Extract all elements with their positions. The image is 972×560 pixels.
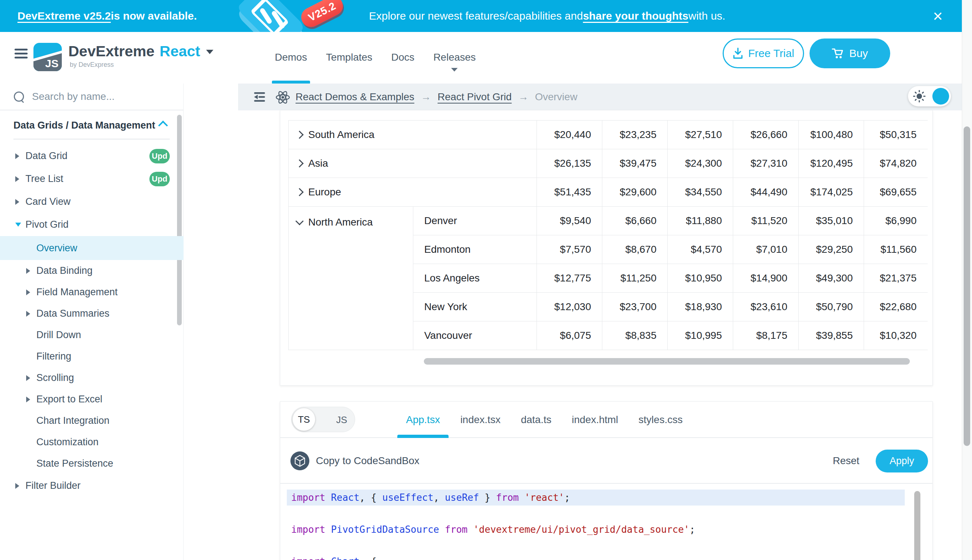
sidebar-item-label: Export to Excel xyxy=(36,394,102,405)
divider xyxy=(13,139,170,140)
copy-to-codesandbox-button[interactable]: Copy to CodeSandBox xyxy=(290,438,420,484)
code-line xyxy=(287,537,905,553)
sidebar-item-pivot-grid[interactable]: Pivot Grid xyxy=(0,213,184,236)
buy-button[interactable]: Buy xyxy=(810,38,890,68)
pivot-row-header-content: North America xyxy=(297,217,413,228)
region-label: Europe xyxy=(308,186,341,198)
sidebar-item-state-persistence[interactable]: State Persistence xyxy=(0,453,184,474)
pivot-row-header[interactable]: North America xyxy=(289,207,413,350)
pivot-value-cell: $6,075 xyxy=(537,322,602,350)
code-editor[interactable]: import React, { useEffect, useRef } from… xyxy=(287,484,905,560)
free-trial-button[interactable]: Free Trial xyxy=(723,38,804,68)
breadcrumb: React Demos & Examples→React Pivot Grid→… xyxy=(296,83,577,110)
collapse-chevron-icon[interactable] xyxy=(296,217,304,225)
free-trial-label: Free Trial xyxy=(748,47,794,60)
pivot-city-header[interactable]: Denver xyxy=(413,207,537,235)
brand-title[interactable]: DevExtreme React xyxy=(69,43,213,60)
chevron-down-icon xyxy=(206,50,213,54)
code-token: , xyxy=(433,492,445,503)
pivot-row-header[interactable]: Asia xyxy=(289,149,537,178)
code-token: } xyxy=(479,492,496,503)
pivot-city-header[interactable]: Edmonton xyxy=(413,235,537,264)
sidebar-item-data-binding[interactable]: Data Binding xyxy=(0,260,184,282)
pivot-horizontal-scrollbar[interactable] xyxy=(424,358,910,365)
main-nav: DemosTemplatesDocsReleases xyxy=(273,51,477,63)
pivot-value-cell: $27,310 xyxy=(733,149,799,178)
pivot-value-cell: $9,540 xyxy=(537,207,602,235)
language-toggle[interactable]: TS JS xyxy=(291,407,355,432)
sidebar-item-data-summaries[interactable]: Data Summaries xyxy=(0,303,184,324)
breadcrumb-link[interactable]: React Demos & Examples xyxy=(296,91,414,103)
share-thoughts-link[interactable]: share your thoughts xyxy=(583,10,688,22)
search-input[interactable]: Search by name... xyxy=(0,83,184,110)
pivot-value-cell: $35,010 xyxy=(799,207,864,235)
pivot-row-header[interactable]: Europe xyxy=(289,178,537,207)
demo-sidebar: Search by name... Data Grids / Data Mana… xyxy=(0,83,184,560)
code-scrollbar-thumb[interactable] xyxy=(914,491,920,560)
banner-message-pre: Explore our newest features/capabilities… xyxy=(369,10,583,22)
theme-toggle-knob[interactable] xyxy=(932,88,949,105)
page-scrollbar[interactable] xyxy=(962,0,972,560)
sidebar-item-export-to-excel[interactable]: Export to Excel xyxy=(0,388,184,410)
cart-icon xyxy=(832,48,844,59)
pivot-value-cell: $11,560 xyxy=(864,235,928,264)
pivot-value-cell: $50,315 xyxy=(864,120,928,149)
pivot-row-header[interactable]: South America xyxy=(289,120,537,149)
sidebar-item-tree-list[interactable]: Tree ListUpd xyxy=(0,167,184,190)
sidebar-item-data-grid[interactable]: Data GridUpd xyxy=(0,145,184,167)
nav-demos[interactable]: Demos xyxy=(273,51,309,63)
sidebar-item-customization[interactable]: Customization xyxy=(0,432,184,453)
hamburger-menu-icon[interactable] xyxy=(15,49,28,59)
pivot-city-header[interactable]: Vancouver xyxy=(413,322,537,350)
code-token: ; xyxy=(689,524,695,535)
pivot-city-header[interactable]: Los Angeles xyxy=(413,264,537,293)
nav-templates[interactable]: Templates xyxy=(325,51,374,63)
breadcrumb-link[interactable]: React Pivot Grid xyxy=(438,91,512,103)
pivot-value-cell: $120,495 xyxy=(799,149,864,178)
collapse-sidebar-icon[interactable] xyxy=(253,91,266,104)
expand-chevron-icon[interactable] xyxy=(296,131,304,139)
apply-button[interactable]: Apply xyxy=(876,450,928,472)
page-scrollbar-thumb[interactable] xyxy=(964,127,970,446)
updated-badge: Upd xyxy=(149,172,170,186)
close-icon[interactable]: × xyxy=(927,0,949,32)
tab-index-tsx[interactable]: index.tsx xyxy=(451,402,510,438)
sidebar-item-field-management[interactable]: Field Management xyxy=(0,282,184,303)
sidebar-item-filtering[interactable]: Filtering xyxy=(0,346,184,367)
nav-docs[interactable]: Docs xyxy=(390,51,416,63)
sidebar-item-chart-integration[interactable]: Chart Integration xyxy=(0,410,184,432)
language-toggle-knob[interactable]: TS xyxy=(293,408,315,431)
sidebar-item-label: Overview xyxy=(36,243,77,254)
nav-releases[interactable]: Releases xyxy=(432,51,477,63)
reset-button[interactable]: Reset xyxy=(833,438,859,484)
version-badge: V25.2 xyxy=(298,0,346,30)
code-token: import xyxy=(291,556,325,560)
code-line xyxy=(287,505,905,522)
sidebar-item-label: Drill Down xyxy=(36,329,81,341)
expand-chevron-icon[interactable] xyxy=(296,188,304,197)
sidebar-item-filter-builder[interactable]: Filter Builder xyxy=(0,474,184,497)
sidebar-item-drill-down[interactable]: Drill Down xyxy=(0,324,184,346)
code-token xyxy=(439,524,445,535)
sidebar-item-scrolling[interactable]: Scrolling xyxy=(0,367,184,388)
version-link[interactable]: DevExtreme v25.2 xyxy=(17,10,111,22)
pivot-value-cell: $10,320 xyxy=(864,322,928,350)
devextreme-logo[interactable]: JS xyxy=(33,43,62,71)
pivot-value-cell: $6,660 xyxy=(602,207,668,235)
section-title-data-grids[interactable]: Data Grids / Data Management xyxy=(13,120,155,131)
sidebar-item-card-view[interactable]: Card View xyxy=(0,190,184,213)
tab-index-html[interactable]: index.html xyxy=(562,402,628,438)
tab-styles-css[interactable]: styles.css xyxy=(629,402,692,438)
pivot-value-cell: $20,440 xyxy=(537,120,602,149)
pivot-city-header[interactable]: New York xyxy=(413,293,537,322)
banner-version-text: DevExtreme v25.2 is now available. xyxy=(17,0,197,32)
tab-app-tsx[interactable]: App.tsx xyxy=(396,402,449,438)
sidebar-item-label: Field Management xyxy=(36,287,118,298)
sidebar-item-overview[interactable]: Overview xyxy=(0,236,184,260)
language-option-js[interactable]: JS xyxy=(330,407,353,433)
theme-toggle[interactable] xyxy=(908,86,951,107)
chevron-up-icon[interactable] xyxy=(158,120,168,130)
tab-data-ts[interactable]: data.ts xyxy=(512,402,561,438)
expand-chevron-icon[interactable] xyxy=(296,160,304,168)
pivot-value-cell: $10,950 xyxy=(668,264,733,293)
